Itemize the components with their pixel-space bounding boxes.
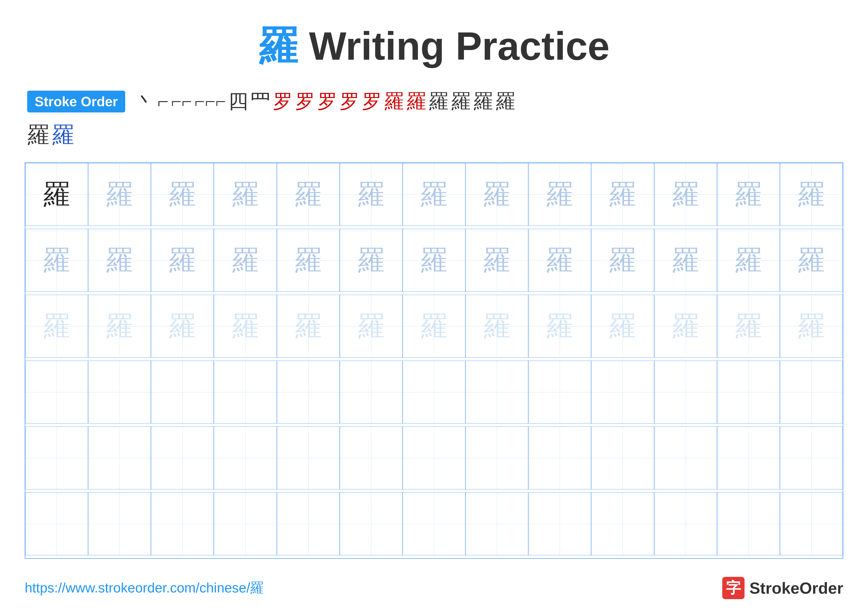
grid-cell[interactable] bbox=[717, 361, 780, 424]
grid-cell[interactable] bbox=[25, 493, 88, 555]
grid-cell[interactable] bbox=[88, 426, 151, 490]
grid-cell[interactable]: 羅 bbox=[717, 229, 780, 292]
grid-char: 羅 bbox=[43, 308, 70, 345]
grid-cell[interactable] bbox=[528, 426, 591, 490]
grid-cell[interactable]: 羅 bbox=[88, 163, 151, 226]
grid-cell[interactable] bbox=[591, 361, 654, 424]
grid-cell[interactable] bbox=[591, 493, 654, 555]
grid-char: 羅 bbox=[106, 176, 133, 213]
grid-cell[interactable]: 羅 bbox=[214, 163, 277, 226]
grid-cell[interactable] bbox=[654, 493, 717, 555]
grid-cell[interactable]: 羅 bbox=[528, 163, 591, 226]
grid-cell[interactable]: 羅 bbox=[403, 229, 465, 292]
grid-cell[interactable]: 羅 bbox=[403, 163, 465, 226]
grid-cell[interactable]: 羅 bbox=[340, 295, 403, 358]
grid-cell[interactable]: 羅 bbox=[277, 295, 340, 358]
grid-cell[interactable] bbox=[654, 426, 717, 490]
grid-cell[interactable] bbox=[403, 361, 465, 424]
footer: https://www.strokeorder.com/chinese/羅 字 … bbox=[25, 577, 843, 599]
grid-cell[interactable] bbox=[340, 493, 403, 555]
grid-cell[interactable] bbox=[591, 426, 654, 490]
grid-cell[interactable] bbox=[780, 361, 843, 424]
grid-cell[interactable] bbox=[214, 426, 277, 490]
grid-char: 羅 bbox=[798, 176, 825, 213]
grid-cell[interactable] bbox=[214, 361, 277, 424]
grid-cell[interactable] bbox=[340, 426, 403, 490]
grid-cell[interactable]: 羅 bbox=[25, 163, 88, 226]
grid-char: 羅 bbox=[358, 308, 385, 345]
grid-cell[interactable] bbox=[528, 361, 591, 424]
grid-cell[interactable] bbox=[151, 493, 214, 555]
grid-char: 羅 bbox=[358, 176, 385, 213]
grid-cell[interactable]: 羅 bbox=[88, 229, 151, 292]
grid-cell[interactable] bbox=[340, 361, 403, 424]
grid-cell[interactable]: 羅 bbox=[25, 295, 88, 358]
grid-cell[interactable]: 羅 bbox=[654, 163, 717, 226]
stroke-order-badge: Stroke Order bbox=[27, 91, 125, 112]
grid-cell[interactable]: 羅 bbox=[277, 163, 340, 226]
grid-char: 羅 bbox=[483, 308, 510, 345]
stroke-row2: 羅 羅 bbox=[25, 120, 843, 150]
grid-cell[interactable] bbox=[88, 493, 151, 555]
grid-cell[interactable] bbox=[25, 361, 88, 424]
grid-cell[interactable] bbox=[465, 426, 528, 490]
logo-icon: 字 bbox=[722, 577, 744, 599]
grid-cell[interactable]: 羅 bbox=[25, 229, 88, 292]
grid-cell[interactable] bbox=[151, 361, 214, 424]
stroke-9: 罗 bbox=[318, 88, 337, 115]
grid-cell[interactable]: 羅 bbox=[591, 295, 654, 358]
grid-char: 羅 bbox=[483, 242, 510, 279]
grid-cell[interactable] bbox=[717, 493, 780, 555]
grid-cell[interactable]: 羅 bbox=[528, 295, 591, 358]
grid-cell[interactable]: 羅 bbox=[214, 229, 277, 292]
grid-cell[interactable] bbox=[214, 493, 277, 555]
grid-cell[interactable]: 羅 bbox=[780, 229, 843, 292]
grid-cell[interactable] bbox=[780, 493, 843, 555]
grid-cell[interactable]: 羅 bbox=[403, 295, 465, 358]
grid-cell[interactable]: 羅 bbox=[340, 163, 403, 226]
grid-cell[interactable] bbox=[25, 426, 88, 490]
grid-cell[interactable] bbox=[403, 493, 465, 555]
grid-cell[interactable]: 羅 bbox=[277, 229, 340, 292]
grid-cell[interactable] bbox=[465, 361, 528, 424]
grid-cell[interactable] bbox=[654, 361, 717, 424]
grid-cell[interactable]: 羅 bbox=[654, 295, 717, 358]
grid-char: 羅 bbox=[295, 176, 322, 213]
grid-cell[interactable] bbox=[277, 493, 340, 555]
grid-cell[interactable] bbox=[528, 493, 591, 555]
grid-cell[interactable]: 羅 bbox=[654, 229, 717, 292]
grid-cell[interactable] bbox=[151, 426, 214, 490]
grid-cell[interactable]: 羅 bbox=[528, 229, 591, 292]
grid-cell[interactable]: 羅 bbox=[465, 163, 528, 226]
grid-cell[interactable]: 羅 bbox=[591, 229, 654, 292]
grid-cell[interactable]: 羅 bbox=[465, 229, 528, 292]
grid-cell[interactable]: 羅 bbox=[780, 163, 843, 226]
stroke-chars-row1: 丶 ⌐ ⌐⌐ ⌐⌐⌐ 四 罒 罗 罗 罗 罗 罗 羅 羅 羅 羅 羅 羅 bbox=[135, 88, 515, 115]
grid-cell[interactable]: 羅 bbox=[465, 295, 528, 358]
grid-cell[interactable]: 羅 bbox=[717, 295, 780, 358]
grid-cell[interactable] bbox=[465, 493, 528, 555]
grid-cell[interactable]: 羅 bbox=[151, 295, 214, 358]
grid-cell[interactable]: 羅 bbox=[717, 163, 780, 226]
grid-cell[interactable] bbox=[277, 426, 340, 490]
grid-cell[interactable]: 羅 bbox=[591, 163, 654, 226]
grid-cell[interactable]: 羅 bbox=[151, 163, 214, 226]
grid-cell[interactable]: 羅 bbox=[151, 229, 214, 292]
grid-cell[interactable]: 羅 bbox=[214, 295, 277, 358]
grid-cell[interactable] bbox=[717, 426, 780, 490]
stroke-1: 丶 bbox=[135, 88, 155, 115]
grid-cell[interactable]: 羅 bbox=[780, 295, 843, 358]
grid-cell[interactable]: 羅 bbox=[340, 229, 403, 292]
grid-char: 羅 bbox=[106, 308, 133, 345]
grid-char: 羅 bbox=[483, 176, 510, 213]
stroke-4: ⌐⌐⌐ bbox=[194, 91, 226, 112]
grid-cell[interactable]: 羅 bbox=[88, 295, 151, 358]
grid-char: 羅 bbox=[546, 308, 573, 345]
grid-char: 羅 bbox=[546, 242, 573, 279]
grid-cell[interactable] bbox=[403, 426, 465, 490]
grid-char: 羅 bbox=[609, 176, 636, 213]
stroke-8: 罗 bbox=[295, 88, 315, 115]
grid-cell[interactable] bbox=[277, 361, 340, 424]
grid-cell[interactable] bbox=[780, 426, 843, 490]
grid-cell[interactable] bbox=[88, 361, 151, 424]
